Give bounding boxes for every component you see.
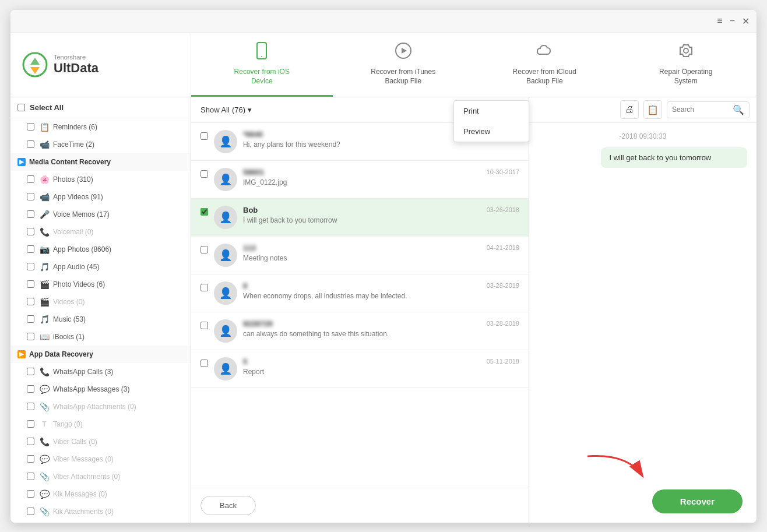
right-panel: 🖨 📋 🔍 -2018 09:30:33 I will get back to …: [529, 97, 757, 523]
message-item[interactable]: 👤 58601 10-30-2017 IMG_0122.jpg: [191, 161, 529, 199]
sidebar-item-viber-calls[interactable]: 📞 Viber Calls (0): [10, 433, 191, 450]
close-button[interactable]: ✕: [742, 16, 750, 27]
app-videos-icon: 📹: [39, 192, 50, 202]
message-1-checkbox[interactable]: [200, 132, 208, 140]
logo-text: Tenorshare UltData: [54, 54, 98, 76]
sidebar-item-app-videos[interactable]: 📹 App Videos (91): [10, 188, 191, 206]
photo-videos-checkbox[interactable]: [27, 280, 34, 288]
select-all-row[interactable]: Select All: [10, 97, 191, 118]
message-6-checkbox[interactable]: [200, 322, 208, 329]
print-icon-button[interactable]: 🖨: [620, 100, 639, 119]
sidebar-item-whatsapp-messages[interactable]: 💬 WhatsApp Messages (3): [10, 380, 191, 398]
minimize-button[interactable]: −: [730, 16, 735, 26]
sidebar-item-photo-videos[interactable]: 🎬 Photo Videos (6): [10, 276, 191, 293]
message-date: 03-28-2018: [487, 282, 519, 289]
show-all-button[interactable]: Show All (76) ▾: [200, 105, 252, 114]
select-all-checkbox[interactable]: [17, 104, 25, 111]
reminders-checkbox[interactable]: [27, 123, 34, 131]
repair-tab-icon: [677, 41, 695, 64]
sidebar-item-music[interactable]: 🎵 Music (53): [10, 311, 191, 328]
sidebar-item-viber-messages[interactable]: 💬 Viber Messages (0): [10, 450, 191, 468]
viber-messages-checkbox[interactable]: [27, 455, 34, 463]
sidebar-item-reminders[interactable]: 📋 Reminders (6): [10, 118, 191, 136]
message-4-checkbox[interactable]: [200, 246, 208, 253]
app-photos-checkbox[interactable]: [27, 245, 34, 253]
sidebar-item-kik-attachments[interactable]: 📎 Kik Attachments (0): [10, 503, 191, 520]
message-5-checkbox[interactable]: [200, 284, 208, 291]
facetime-icon: 📹: [39, 139, 50, 150]
center-footer: Back: [191, 488, 529, 523]
avatar: 👤: [214, 319, 237, 343]
itunes-tab-icon: [394, 41, 413, 64]
recover-button[interactable]: Recover: [652, 489, 743, 513]
media-toggle-icon: ▶: [17, 158, 26, 166]
sidebar-item-facetime[interactable]: 📹 FaceTime (2): [10, 136, 191, 153]
tango-label: Tango (0): [53, 420, 83, 428]
app-videos-label: App Videos (91): [53, 193, 103, 201]
detail-date: -2018 09:30:33: [539, 132, 747, 140]
message-item[interactable]: 👤 9228729 03-28-2018 can always do somet…: [191, 312, 529, 350]
back-button[interactable]: Back: [200, 496, 256, 515]
tab-itunes[interactable]: Recover from iTunesBackup File: [333, 33, 474, 97]
avatar: 👤: [214, 357, 237, 380]
whatsapp-messages-checkbox[interactable]: [27, 385, 34, 393]
media-section-label: Media Content Recovery: [29, 158, 111, 166]
app-videos-checkbox[interactable]: [27, 193, 34, 200]
sidebar-item-videos[interactable]: 🎬 Videos (0): [10, 293, 191, 311]
app-data-section-header[interactable]: ▶ App Data Recovery: [10, 346, 191, 363]
message-2-checkbox[interactable]: [200, 170, 208, 178]
app-audio-icon: 🎵: [39, 262, 50, 272]
viber-messages-label: Viber Messages (0): [53, 455, 114, 463]
whatsapp-attachments-checkbox[interactable]: [27, 403, 34, 410]
sidebar-item-tango[interactable]: T Tango (0): [10, 415, 191, 433]
dropdown-menu: Print Preview: [453, 100, 529, 142]
export-icon-button[interactable]: 📋: [643, 100, 662, 119]
photos-checkbox[interactable]: [27, 175, 34, 183]
sidebar-item-kik-messages[interactable]: 💬 Kik Messages (0): [10, 485, 191, 503]
sidebar-item-app-photos[interactable]: 📷 App Photos (8606): [10, 241, 191, 258]
voicemail-checkbox[interactable]: [27, 228, 34, 235]
tab-icloud[interactable]: Recover from iCloudBackup File: [474, 33, 615, 97]
media-section-header[interactable]: ▶ Media Content Recovery: [10, 153, 191, 171]
voice-memos-checkbox[interactable]: [27, 210, 34, 218]
dropdown-item-preview[interactable]: Preview: [454, 121, 529, 142]
message-item[interactable]: 👤 113 04-21-2018 Meeting notes: [191, 237, 529, 274]
whatsapp-calls-checkbox[interactable]: [27, 368, 34, 375]
message-7-checkbox[interactable]: [200, 360, 208, 367]
message-3-checkbox[interactable]: [200, 208, 208, 216]
tab-ios[interactable]: Recover from iOSDevice: [191, 33, 333, 97]
message-item[interactable]: 👤 8 03-28-2018 When economy drops, all i…: [191, 274, 529, 312]
avatar: 👤: [214, 281, 237, 305]
tango-checkbox[interactable]: [27, 420, 34, 428]
sidebar-item-whatsapp-calls[interactable]: 📞 WhatsApp Calls (3): [10, 363, 191, 380]
sidebar-item-photos[interactable]: 🌸 Photos (310): [10, 171, 191, 188]
voicemail-icon: 📞: [39, 227, 50, 237]
sidebar-item-voice-memos[interactable]: 🎤 Voice Memos (17): [10, 206, 191, 223]
dropdown-item-print[interactable]: Print: [454, 101, 529, 121]
message-item[interactable]: 👤 Bob 03-26-2018 I will get back to you …: [191, 199, 529, 237]
sidebar-item-voicemail[interactable]: 📞 Voicemail (0): [10, 223, 191, 241]
sidebar-item-whatsapp-attachments[interactable]: 📎 WhatsApp Attachments (0): [10, 398, 191, 415]
avatar: 👤: [214, 168, 237, 191]
sidebar-item-viber-attachments[interactable]: 📎 Viber Attachments (0): [10, 468, 191, 485]
viber-attachments-checkbox[interactable]: [27, 473, 34, 480]
tab-repair[interactable]: Repair OperatingSystem: [615, 33, 757, 97]
sidebar-item-ibooks[interactable]: 📖 iBooks (1): [10, 328, 191, 346]
kik-messages-checkbox[interactable]: [27, 490, 34, 498]
videos-checkbox[interactable]: [27, 298, 34, 305]
viber-calls-checkbox[interactable]: [27, 438, 34, 445]
sidebar-item-app-audio[interactable]: 🎵 App Audio (45): [10, 258, 191, 276]
menu-button[interactable]: ≡: [717, 16, 722, 26]
tango-icon: T: [39, 419, 50, 429]
ibooks-checkbox[interactable]: [27, 333, 34, 340]
facetime-checkbox[interactable]: [27, 140, 34, 148]
whatsapp-calls-label: WhatsApp Calls (3): [53, 368, 113, 376]
sidebar-item-line[interactable]: 💬 LINE (0): [10, 520, 191, 523]
app-audio-checkbox[interactable]: [27, 263, 34, 270]
message-item[interactable]: 👤 5 05-11-2018 Report: [191, 350, 529, 388]
center-panel: Show All (76) ▾ 👤 *6640 10-14-2017: [191, 97, 529, 523]
voice-memos-label: Voice Memos (17): [53, 210, 110, 219]
search-input[interactable]: [672, 105, 730, 114]
music-checkbox[interactable]: [27, 315, 34, 323]
kik-attachments-checkbox[interactable]: [27, 508, 34, 515]
